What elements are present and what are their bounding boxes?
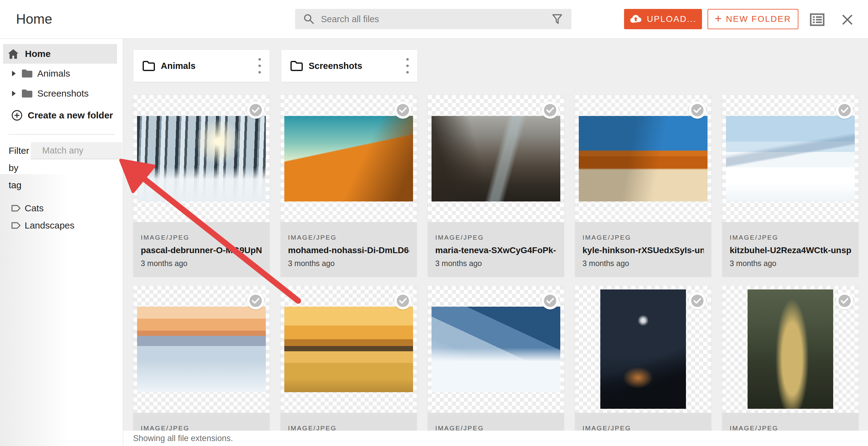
check-icon	[249, 295, 262, 307]
create-new-folder-label: Create a new folder	[28, 110, 113, 121]
sidebar-home-label: Home	[25, 48, 51, 59]
check-icon	[249, 104, 262, 116]
file-name: kitzbuhel-U2Reza4WCtk-unsplas...	[730, 245, 851, 255]
folder-icon	[21, 69, 33, 78]
file-name: kyle-hinkson-rXSUedxSyIs-unspl...	[583, 245, 704, 255]
tag-item-landscapes[interactable]: Landscapes	[0, 216, 123, 234]
select-check-badge[interactable]	[689, 102, 706, 119]
file-card[interactable]: IMAGE/JPEG pascal-debrunner-O-MG9UpNKgI.…	[133, 95, 270, 277]
tag-item-cats[interactable]: Cats	[0, 199, 123, 217]
folder-menu-button[interactable]	[401, 57, 414, 75]
search-filter-button[interactable]	[551, 12, 564, 26]
file-meta: IMAGE/JPEG kitzbuhel-U2Reza4WCtk-unsplas…	[722, 222, 859, 277]
folder-outline-icon	[142, 60, 155, 71]
tag-match-mode-select[interactable]: Match any	[31, 142, 122, 159]
check-icon	[691, 295, 704, 307]
upload-button[interactable]: UPLOAD...	[624, 9, 702, 29]
folder-card-name: Screenshots	[309, 61, 401, 71]
sidebar-item-home[interactable]: Home	[3, 44, 117, 64]
file-card[interactable]: IMAGE/JPEG mohamed-nohassi-Di-DmLD6cW8..…	[281, 95, 417, 277]
funnel-icon	[552, 13, 563, 25]
file-type: IMAGE/JPEG	[730, 234, 851, 241]
file-card[interactable]: IMAGE/JPEG kitzbuhel-U2Reza4WCtk-unsplas…	[722, 95, 859, 277]
page-title: Home	[16, 11, 52, 27]
file-meta: IMAGE/JPEG pascal-debrunner-O-MG9UpNKgI.…	[133, 222, 270, 277]
file-age: 3 months ago	[141, 259, 262, 268]
file-name: pascal-debrunner-O-MG9UpNKgI...	[141, 245, 262, 255]
status-bar: Showing all file extensions.	[123, 431, 868, 446]
file-card[interactable]: IMAGE/JPEG	[281, 286, 417, 446]
upload-label: UPLOAD...	[647, 14, 696, 24]
file-name: maria-teneva-SXwCyG4FoPk-uns...	[435, 245, 557, 255]
check-icon	[544, 295, 556, 307]
file-meta: IMAGE/JPEG mohamed-nohassi-Di-DmLD6cW8..…	[281, 222, 417, 277]
close-button[interactable]	[840, 12, 855, 27]
file-type: IMAGE/JPEG	[141, 234, 262, 241]
file-card[interactable]: IMAGE/JPEG	[722, 286, 859, 446]
file-name: mohamed-nohassi-Di-DmLD6cW8...	[288, 245, 409, 255]
file-card[interactable]: IMAGE/JPEG	[428, 286, 564, 446]
header-bar: Home UPLOAD... + NEW FOLDER	[0, 0, 868, 39]
file-card[interactable]: IMAGE/JPEG	[575, 286, 711, 446]
select-check-badge[interactable]	[689, 292, 706, 309]
main-content: Animals Screenshots	[123, 39, 868, 446]
file-card[interactable]: IMAGE/JPEG	[133, 286, 270, 446]
caret-right-icon	[11, 70, 16, 77]
folder-menu-button[interactable]	[253, 57, 267, 75]
file-manager-app: Home UPLOAD... + NEW FOLDER	[0, 0, 868, 446]
folder-cards-row: Animals Screenshots	[133, 50, 417, 82]
select-check-badge[interactable]	[394, 102, 411, 119]
file-card[interactable]: IMAGE/JPEG maria-teneva-SXwCyG4FoPk-uns.…	[428, 95, 564, 277]
select-check-badge[interactable]	[541, 102, 559, 119]
cloud-upload-icon	[629, 14, 642, 24]
tag-icon	[11, 204, 21, 212]
sidebar-folder-label: Animals	[37, 68, 70, 79]
folder-card-name: Animals	[161, 61, 253, 71]
file-meta: IMAGE/JPEG maria-teneva-SXwCyG4FoPk-uns.…	[428, 222, 564, 277]
file-grid-row-2: IMAGE/JPEG IMAGE/JPEG	[133, 286, 859, 446]
check-icon	[838, 104, 851, 116]
select-check-badge[interactable]	[247, 292, 264, 309]
new-folder-label: NEW FOLDER	[726, 14, 791, 24]
select-check-badge[interactable]	[836, 292, 853, 309]
filter-by-tag-label: Filter by tag	[9, 142, 31, 194]
file-card[interactable]: IMAGE/JPEG kyle-hinkson-rXSUedxSyIs-unsp…	[575, 95, 711, 277]
select-check-badge[interactable]	[541, 292, 559, 309]
search-input[interactable]	[315, 14, 551, 24]
close-icon	[841, 13, 854, 26]
file-age: 3 months ago	[435, 259, 557, 268]
file-age: 3 months ago	[583, 259, 704, 268]
select-check-badge[interactable]	[394, 292, 411, 309]
sidebar-folder-animals[interactable]: Animals	[0, 64, 123, 83]
sidebar: Home Animals Screenshots	[0, 39, 123, 446]
check-icon	[838, 295, 851, 307]
circle-plus-icon	[11, 109, 23, 121]
folder-outline-icon	[290, 60, 303, 71]
check-icon	[397, 104, 409, 116]
folder-card-screenshots[interactable]: Screenshots	[281, 50, 417, 82]
file-grid-row-1: IMAGE/JPEG pascal-debrunner-O-MG9UpNKgI.…	[133, 95, 859, 277]
tag-filter-section: Filter by tag Match any	[9, 142, 123, 194]
select-check-badge[interactable]	[247, 102, 264, 119]
sidebar-folder-screenshots[interactable]: Screenshots	[0, 84, 123, 103]
status-text: Showing all file extensions.	[133, 434, 233, 443]
plus-icon: +	[715, 12, 722, 25]
file-age: 3 months ago	[288, 259, 409, 268]
file-meta: IMAGE/JPEG kyle-hinkson-rXSUedxSyIs-unsp…	[575, 222, 711, 277]
new-folder-button[interactable]: + NEW FOLDER	[708, 9, 798, 29]
file-type: IMAGE/JPEG	[435, 234, 557, 241]
select-check-badge[interactable]	[836, 102, 853, 119]
create-new-folder-button[interactable]: Create a new folder	[0, 106, 123, 125]
check-icon	[397, 295, 409, 307]
tag-label: Landscapes	[25, 220, 74, 231]
tag-label: Cats	[25, 203, 44, 213]
home-icon	[8, 49, 19, 59]
list-view-toggle-button[interactable]	[809, 12, 825, 27]
sidebar-folder-label: Screenshots	[37, 88, 89, 99]
folder-card-animals[interactable]: Animals	[133, 50, 270, 82]
file-type: IMAGE/JPEG	[288, 234, 409, 241]
caret-right-icon	[11, 90, 16, 97]
list-view-icon	[810, 13, 825, 26]
sidebar-divider	[9, 134, 115, 135]
file-age: 3 months ago	[730, 259, 851, 268]
